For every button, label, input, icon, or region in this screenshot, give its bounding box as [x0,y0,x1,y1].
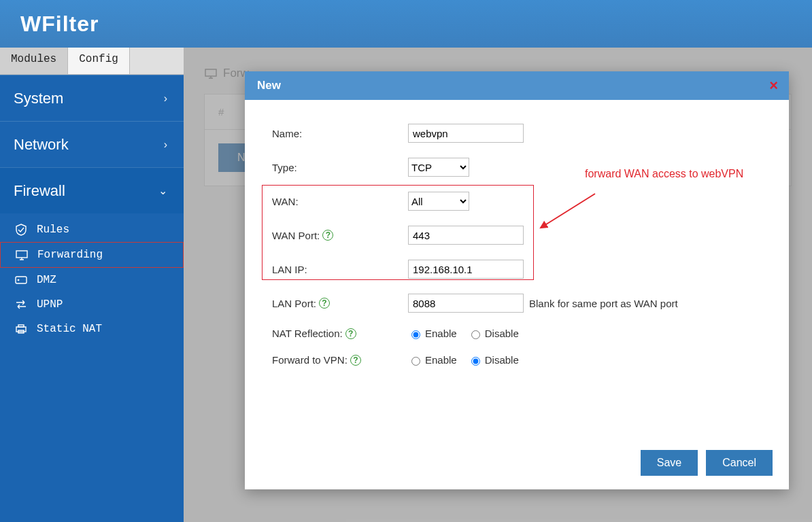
lan-port-hint: Blank for same port as WAN port [529,298,678,309]
label-text: WAN Port: [272,230,320,241]
modal-footer: Save Cancel [245,436,789,489]
radio-label: Enable [425,328,457,339]
row-lan-port: LAN Port: ? Blank for same port as WAN p… [272,294,768,313]
monitor-icon [14,249,29,261]
chevron-right-icon: › [164,139,167,151]
vpn-enable-radio[interactable] [411,357,420,366]
nav-network-label: Network [14,136,69,154]
tab-config[interactable]: Config [68,48,130,74]
sidebar-item-label: UPNP [37,298,63,311]
save-button[interactable]: Save [641,450,698,476]
help-icon[interactable]: ? [345,328,356,339]
label-text: NAT Reflection: [272,328,343,339]
modal-header: New × [245,71,789,100]
help-icon[interactable]: ? [319,298,330,309]
svg-rect-0 [16,251,27,258]
sidebar-item-forwarding[interactable]: Forwarding [0,242,184,268]
label-text: LAN Port: [272,298,316,309]
label-wan-port: WAN Port: ? [272,230,408,241]
label-lan-port: LAN Port: ? [272,298,408,309]
sidebar-item-label: Static NAT [37,323,102,335]
row-wan-port: WAN Port: ? [272,226,768,245]
svg-rect-3 [16,327,26,332]
sidebar-item-upnp[interactable]: UPNP [0,292,184,317]
svg-rect-4 [18,325,24,327]
name-input[interactable] [408,124,524,143]
label-forward-vpn: Forward to VPN: ? [272,354,408,366]
nav-system-label: System [14,90,63,107]
sidebar-tabs: Modules Config [0,48,184,75]
row-forward-vpn: Forward to VPN: ? Enable Disable [272,354,768,366]
printer-icon [14,323,29,335]
wan-select[interactable]: All [408,192,469,211]
nav-network[interactable]: Network › [0,121,184,167]
label-nat-reflection: NAT Reflection: ? [272,328,408,339]
help-icon[interactable]: ? [322,230,333,241]
nat-enable-option[interactable]: Enable [408,328,457,339]
label-lan-ip: LAN IP: [272,264,408,275]
radio-label: Disable [485,354,519,366]
type-select[interactable]: TCP [408,158,469,177]
vpn-enable-option[interactable]: Enable [408,354,457,366]
lan-ip-input[interactable] [408,260,524,279]
shield-icon [14,224,29,236]
radio-label: Disable [485,328,519,339]
nat-disable-option[interactable]: Disable [468,328,519,339]
modal-body: Name: Type: TCP WAN: All WAN Port: ? [245,100,789,436]
app-logo: WFilter [20,12,99,37]
row-wan: WAN: All [272,192,768,211]
server-icon [14,274,29,286]
vpn-disable-radio[interactable] [471,357,480,366]
label-name: Name: [272,128,408,139]
chevron-down-icon: ⌄ [158,184,167,197]
sidebar-item-label: Rules [37,224,69,236]
modal-title: New [257,79,281,92]
close-icon[interactable]: × [769,77,778,94]
help-icon[interactable]: ? [350,355,361,366]
arrows-icon [14,298,29,311]
lan-port-input[interactable] [408,294,524,313]
row-type: Type: TCP [272,158,768,177]
sidebar: Modules Config System › Network › Firewa… [0,48,184,522]
label-text: Forward to VPN: [272,354,348,366]
row-name: Name: [272,124,768,143]
wan-port-input[interactable] [408,226,524,245]
label-wan: WAN: [272,196,408,207]
tab-modules[interactable]: Modules [0,48,68,74]
label-type: Type: [272,162,408,173]
app-header: WFilter [0,0,812,48]
sidebar-item-rules[interactable]: Rules [0,218,184,242]
sidebar-item-dmz[interactable]: DMZ [0,268,184,292]
nat-disable-radio[interactable] [471,330,480,339]
sidebar-item-label: DMZ [37,274,56,286]
nav-firewall-items: Rules Forwarding DMZ UPNP Static NAT [0,213,184,349]
radio-label: Enable [425,354,457,366]
vpn-disable-option[interactable]: Disable [468,354,519,366]
nav-firewall[interactable]: Firewall ⌄ [0,167,184,213]
sidebar-item-label: Forwarding [37,249,103,261]
svg-point-2 [18,279,19,281]
row-lan-ip: LAN IP: [272,260,768,279]
chevron-right-icon: › [164,92,167,105]
nat-enable-radio[interactable] [411,330,420,339]
cancel-button[interactable]: Cancel [706,450,773,476]
svg-rect-1 [16,277,27,283]
nav-system[interactable]: System › [0,75,184,121]
modal-new-forwarding: New × Name: Type: TCP WAN: All WAN Port: [245,71,789,489]
sidebar-item-static-nat[interactable]: Static NAT [0,317,184,341]
row-nat-reflection: NAT Reflection: ? Enable Disable [272,328,768,339]
nav-firewall-label: Firewall [14,182,65,200]
